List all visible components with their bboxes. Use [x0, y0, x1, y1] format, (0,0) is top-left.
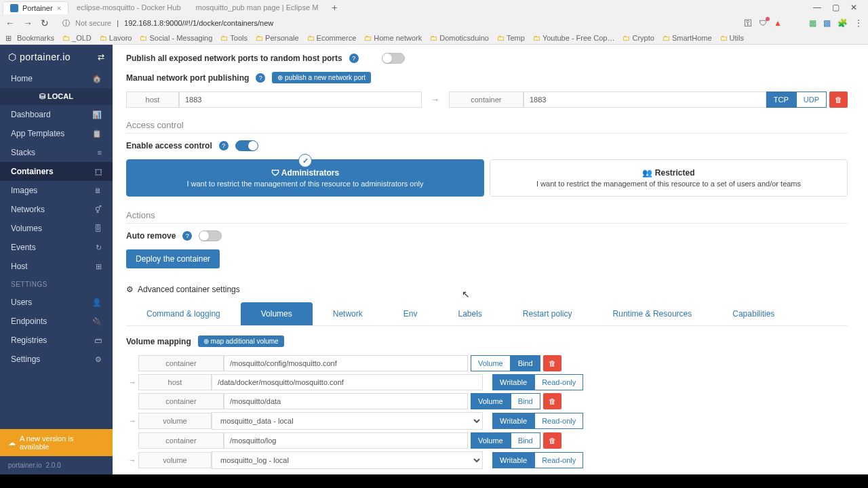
map-volume-button[interactable]: ⊕ map additional volume: [198, 336, 284, 347]
bookmark-folder[interactable]: 🗀Youtube - Free Cop…: [530, 34, 618, 42]
sidebar-item-users[interactable]: Users👤: [0, 293, 113, 312]
bookmark-folder[interactable]: 🗀_OLD: [60, 34, 94, 42]
readonly-button[interactable]: Read-only: [534, 374, 583, 390]
bookmark-folder[interactable]: 🗀Temp: [494, 34, 528, 42]
key-icon[interactable]: ⚿: [744, 18, 752, 28]
sidebar-item-stacks[interactable]: Stacks≡: [0, 143, 113, 162]
menu-icon[interactable]: ⋮: [854, 18, 863, 28]
sidebar-endpoint[interactable]: ⛁ LOCAL: [0, 88, 113, 105]
browser-tab[interactable]: mosquitto_pub man page | Eclipse M: [189, 1, 326, 14]
nav-forward[interactable]: →: [23, 18, 33, 28]
bind-type-button[interactable]: Bind: [511, 432, 540, 449]
help-icon[interactable]: ?: [349, 54, 359, 63]
readonly-button[interactable]: Read-only: [534, 452, 583, 468]
new-tab-button[interactable]: +: [326, 2, 342, 13]
tab-env[interactable]: Env: [383, 302, 438, 325]
container-port-input[interactable]: [524, 92, 766, 108]
address-bar[interactable]: ⓘ Not secure | 192.168.1.8:9000/#!/1/doc…: [57, 18, 736, 28]
bookmark-folder[interactable]: 🗀Social - Messaging: [137, 34, 215, 42]
page-info-icon[interactable]: ⓘ: [62, 18, 70, 28]
extension-icon[interactable]: ▩: [823, 18, 831, 28]
sidebar-item-host[interactable]: Host⊞: [0, 257, 113, 276]
volume-type-button[interactable]: Volume: [471, 355, 511, 371]
tab-labels[interactable]: Labels: [437, 302, 502, 325]
publish-port-button[interactable]: ⊕ publish a new network port: [272, 72, 371, 83]
tab-command-logging[interactable]: Command & logging: [126, 302, 241, 325]
container-path-input[interactable]: [224, 432, 468, 449]
sidebar-item-dashboard[interactable]: Dashboard📊: [0, 105, 113, 124]
bookmark-folder[interactable]: 🗀Lavoro: [97, 34, 135, 42]
bookmark-folder[interactable]: 🗀Ecommerce: [304, 34, 359, 42]
tab-capabilities[interactable]: Capabilities: [712, 302, 795, 325]
apps-icon[interactable]: ⊞: [5, 34, 12, 43]
writable-button[interactable]: Writable: [492, 413, 534, 429]
bookmark-folder[interactable]: 🗀Tools: [218, 34, 250, 42]
nav-back[interactable]: ←: [5, 18, 15, 28]
tab-restart-policy[interactable]: Restart policy: [502, 302, 593, 325]
writable-button[interactable]: Writable: [492, 452, 534, 468]
shield-icon[interactable]: 🛡: [759, 18, 767, 28]
bookmark-folder[interactable]: 🗀SmartHome: [660, 34, 715, 42]
sidebar-item-app-templates[interactable]: App Templates📋: [0, 124, 113, 143]
browser-tab-active[interactable]: Portainer ×: [3, 1, 68, 14]
delete-volume-button[interactable]: 🗑: [543, 432, 561, 449]
sidebar-item-endpoints[interactable]: Endpoints🔌: [0, 312, 113, 331]
host-path-input[interactable]: [212, 374, 483, 390]
sidebar-item-settings[interactable]: Settings⚙: [0, 350, 113, 369]
auto-remove-toggle[interactable]: [199, 230, 222, 241]
sidebar-item-images[interactable]: Images🗎: [0, 181, 113, 200]
bookmark-folder[interactable]: 🗀Crypto: [620, 34, 656, 42]
window-close[interactable]: ✕: [850, 3, 857, 12]
help-icon[interactable]: ?: [219, 141, 229, 150]
udp-button[interactable]: UDP: [796, 92, 827, 108]
tcp-button[interactable]: TCP: [766, 92, 796, 108]
volume-select[interactable]: mosquitto_data - local: [212, 412, 483, 430]
container-path-input[interactable]: [224, 355, 468, 371]
extensions-icon[interactable]: 🧩: [837, 18, 848, 28]
volume-type-button[interactable]: Volume: [471, 432, 511, 449]
delete-volume-button[interactable]: 🗑: [543, 393, 561, 409]
help-icon[interactable]: ?: [182, 231, 192, 241]
sidebar-item-volumes[interactable]: Volumes🗄: [0, 219, 113, 238]
delete-volume-button[interactable]: 🗑: [543, 355, 561, 371]
publish-ports-toggle[interactable]: [382, 53, 405, 64]
window-maximize[interactable]: ▢: [832, 3, 840, 12]
bookmark-folder[interactable]: 🗀Personale: [253, 34, 302, 42]
volume-type-button[interactable]: Volume: [471, 393, 511, 409]
sidebar-item-containers[interactable]: Containers⬚: [0, 162, 113, 181]
tab-runtime-resources[interactable]: Runtime & Resources: [593, 302, 713, 325]
delete-port-button[interactable]: 🗑: [829, 92, 848, 108]
help-icon[interactable]: ?: [256, 73, 265, 83]
close-icon[interactable]: ×: [57, 4, 61, 12]
bookmark-folder[interactable]: 🗀Domoticsduino: [427, 34, 492, 42]
nav-reload[interactable]: ↻: [41, 18, 49, 28]
administrators-card[interactable]: 🛡 Administrators I want to restrict the …: [126, 159, 484, 197]
bind-type-button[interactable]: Bind: [511, 393, 540, 409]
sidebar-item-registries[interactable]: Registries🗃: [0, 331, 113, 350]
tab-network[interactable]: Network: [313, 302, 383, 325]
sidebar-item-home[interactable]: Home 🏠: [0, 69, 113, 88]
browser-tab[interactable]: eclipse-mosquitto - Docker Hub: [70, 1, 187, 14]
extension-icon[interactable]: ▦: [809, 18, 816, 28]
bookmarks-label[interactable]: Bookmarks: [14, 34, 57, 42]
bookmark-folder[interactable]: 🗀Home network: [361, 34, 425, 42]
sidebar-item-networks[interactable]: Networks⚥: [0, 200, 113, 219]
window-minimize[interactable]: —: [813, 3, 821, 12]
sidebar-item-events[interactable]: Events↻: [0, 238, 113, 257]
host-port-input[interactable]: [179, 92, 422, 108]
deploy-container-button[interactable]: Deploy the container: [126, 249, 220, 268]
container-path-input[interactable]: [224, 393, 468, 409]
tab-volumes[interactable]: Volumes: [241, 302, 313, 325]
browser-tabs: Portainer × eclipse-mosquitto - Docker H…: [0, 0, 868, 15]
restricted-card[interactable]: 👥 Restricted I want to restrict the mana…: [490, 159, 848, 197]
bind-type-button[interactable]: Bind: [511, 355, 540, 371]
brand-logo[interactable]: portainer.io: [8, 52, 71, 62]
sidebar-toggle-icon[interactable]: ⇄: [98, 52, 104, 62]
access-control-toggle[interactable]: [235, 140, 258, 151]
readonly-button[interactable]: Read-only: [534, 413, 583, 429]
volume-select[interactable]: mosquitto_log - local: [212, 451, 483, 469]
bookmark-folder[interactable]: 🗀Utils: [717, 34, 747, 42]
update-banner[interactable]: ☁ A new version is available: [0, 429, 113, 456]
warning-icon[interactable]: ▲: [774, 18, 782, 28]
writable-button[interactable]: Writable: [492, 374, 534, 390]
